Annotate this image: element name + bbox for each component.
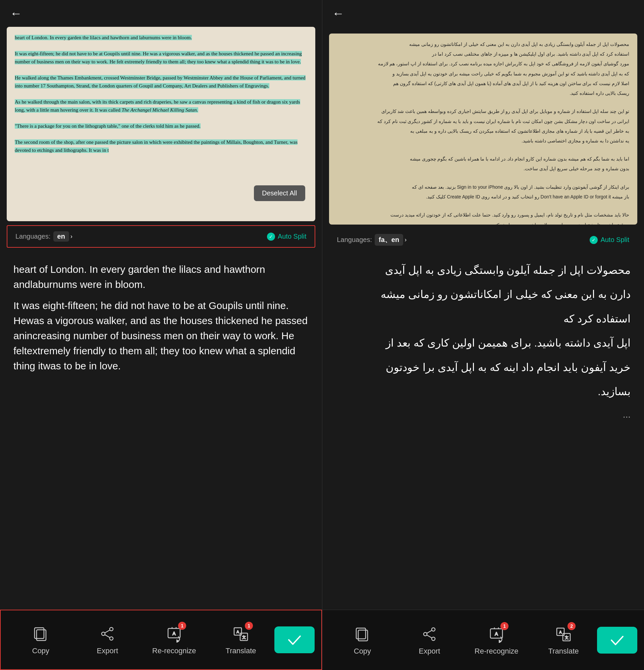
right-lang-selector[interactable]: Languages: fa、en › (337, 234, 407, 246)
right-export-icon (420, 625, 439, 644)
right-lang-value: fa、en (374, 234, 403, 246)
svg-line-19 (427, 630, 432, 633)
right-copy-svg-icon (354, 626, 371, 643)
left-auto-split-label: Auto Split (278, 232, 306, 240)
persian-line-5: اصلا لازم نیست که برای ساختن اون هزینه ک… (337, 79, 630, 88)
svg-text:文: 文 (565, 635, 568, 640)
svg-point-18 (432, 637, 435, 641)
right-rerecognize-label: Re-recognize (475, 647, 518, 656)
right-rerecognize-badge: 1 (500, 622, 509, 630)
persian-line-3: مورد گوشیای آیفون لازمه از فروشگاهی که خ… (337, 60, 630, 68)
persian-line-10: یه نداشتن دا به شماره و مجازی اختصاصی دا… (337, 137, 630, 145)
right-image-area: محصولات اپل از جمله آیلون وابستگی زیادی … (329, 34, 638, 225)
right-translate-button[interactable]: A 文 2 Translate (530, 625, 597, 656)
left-rerecognize-badge: 1 (178, 622, 186, 630)
right-translate-badge: 2 (567, 622, 576, 630)
right-ocr-text-5: خرید آیفون باید انجام داد اینه که به اپل… (336, 358, 631, 376)
left-export-label: Export (97, 646, 118, 655)
left-image-area: heart of London. In every garden the lil… (7, 27, 315, 221)
left-confirm-button[interactable] (274, 627, 315, 653)
svg-line-5 (105, 630, 110, 633)
left-top-bar: ← (0, 0, 322, 27)
left-export-button[interactable]: Export (74, 625, 141, 655)
right-back-button[interactable]: ← (332, 8, 344, 19)
left-auto-split-toggle[interactable]: ✓ Auto Split (267, 232, 306, 241)
left-ocr-image-content: heart of London. In every garden the lil… (7, 27, 315, 161)
deselect-all-button[interactable]: Deselect All (254, 185, 305, 201)
svg-point-2 (102, 632, 105, 635)
persian-line-9: به خاطر این قضیه با یاد از شماره های مجا… (337, 127, 630, 135)
right-lang-label: Languages: (337, 236, 372, 244)
right-rerecognize-button[interactable]: A 1 Re-recognize (463, 625, 530, 656)
persian-line-13: برای اینکار از گوشی آیفونتون وارد تنظیما… (337, 183, 630, 191)
right-ocr-text-7: ... (336, 406, 631, 423)
ocr-highlight-6: The second room of the shop, after one p… (15, 139, 298, 153)
left-ocr-text-area: heart of London. In every garden the lil… (0, 252, 322, 610)
left-bottom-bar: Copy Export A (0, 610, 322, 670)
right-export-label: Export (419, 647, 441, 656)
right-export-svg-icon (421, 626, 438, 643)
right-bottom-bar: Copy Export A (322, 610, 644, 670)
left-ocr-image: heart of London. In every garden the lil… (7, 27, 315, 221)
right-languages-bar: Languages: fa、en › ✓ Auto Split (329, 229, 638, 251)
persian-line-2: استفاده کرد که اپل آیدی داشته باشید. برا… (337, 50, 630, 58)
left-translate-label: Translate (226, 646, 256, 655)
left-translate-button[interactable]: A 文 1 Translate (208, 625, 274, 655)
persian-line-11: اما باید به شما بگم که هم میشه بدون شمار… (337, 155, 630, 163)
right-ocr-text-4: اپل آیدی داشته باشید. برای همیمن اولین ک… (336, 334, 631, 352)
left-languages-bar: Languages: en › ✓ Auto Split (7, 225, 315, 248)
ocr-highlight-5: "There is a package for you on the litho… (15, 123, 200, 129)
svg-marker-9 (177, 640, 179, 643)
ocr-highlight-1: heart of London. In every garden the lil… (15, 35, 192, 40)
right-auto-split-label: Auto Split (601, 236, 629, 244)
left-lang-selector[interactable]: Languages: en › (15, 231, 73, 242)
persian-line-8: ایرانی در ساخت اون دچار مشکل بشن چون امک… (337, 117, 630, 126)
left-rerecognize-button[interactable]: A 1 Re-recognize (141, 625, 208, 655)
persian-line-16: و دقیق باشه و تاریخ تولد هم چون باید به … (337, 221, 630, 225)
right-ocr-text-area: محصولات اپل از جمله آیلون وابستگی زیادی … (322, 251, 644, 610)
left-copy-svg-icon (32, 625, 49, 643)
right-lang-chevron-icon: › (405, 236, 407, 243)
left-translate-badge: 1 (245, 622, 253, 630)
svg-line-6 (105, 635, 110, 638)
right-translate-label: Translate (548, 647, 579, 656)
persian-line-14: باز میشه Don't have an Apple ID or forgo… (337, 193, 630, 201)
svg-marker-23 (499, 640, 501, 643)
svg-point-3 (110, 627, 113, 631)
ocr-highlight-4: As he walked through the main salon, wit… (15, 99, 300, 112)
left-copy-icon (31, 625, 50, 643)
left-panel: ← heart of London. In every garden the l… (0, 0, 322, 670)
right-ocr-text-2: دارن به این معنی که خیلی از امکاناتشون ر… (336, 285, 631, 303)
right-export-button[interactable]: Export (396, 625, 463, 656)
right-persian-text: محصولات اپل از جمله آیلون وابستگی زیادی … (337, 40, 630, 225)
left-ocr-text-2: It was eight-fifteen; he did not have to… (13, 298, 308, 373)
left-translate-icon: A 文 1 (232, 625, 250, 643)
left-export-icon (98, 625, 117, 643)
left-back-button[interactable]: ← (10, 8, 22, 19)
right-translate-icon: A 文 2 (554, 625, 573, 644)
svg-text:A: A (173, 631, 176, 636)
right-top-bar: ← (322, 0, 644, 27)
right-rerecognize-icon: A 1 (487, 625, 506, 644)
left-copy-button[interactable]: Copy (8, 625, 74, 655)
left-lang-chevron-icon: › (70, 233, 73, 240)
left-copy-label: Copy (32, 646, 49, 655)
right-panel: ← محصولات اپل از جمله آیلون وابستگی زیاد… (322, 0, 644, 670)
left-lang-value: en (53, 231, 69, 242)
right-ocr-image: محصولات اپل از جمله آیلون وابستگی زیادی … (329, 34, 638, 225)
right-ocr-text-6: بسازید. (336, 383, 631, 401)
persian-line-7: تو این چند سله اپل استفاده از شماره و مو… (337, 107, 630, 116)
svg-text:A: A (495, 631, 498, 636)
right-auto-split-check-icon: ✓ (590, 236, 598, 244)
svg-text:A: A (236, 630, 239, 634)
right-copy-icon (353, 625, 372, 644)
right-copy-button[interactable]: Copy (329, 625, 396, 656)
right-copy-label: Copy (354, 647, 371, 656)
left-export-svg-icon (98, 625, 116, 643)
svg-point-4 (110, 637, 113, 640)
right-ocr-text-3: استفاده کرد که (336, 310, 631, 328)
right-auto-split-toggle[interactable]: ✓ Auto Split (590, 236, 629, 244)
persian-line-4: که به اپل آیدی داشته باشید که تو این آمو… (337, 70, 630, 78)
left-auto-split-check-icon: ✓ (267, 232, 275, 241)
right-confirm-button[interactable] (597, 627, 637, 654)
